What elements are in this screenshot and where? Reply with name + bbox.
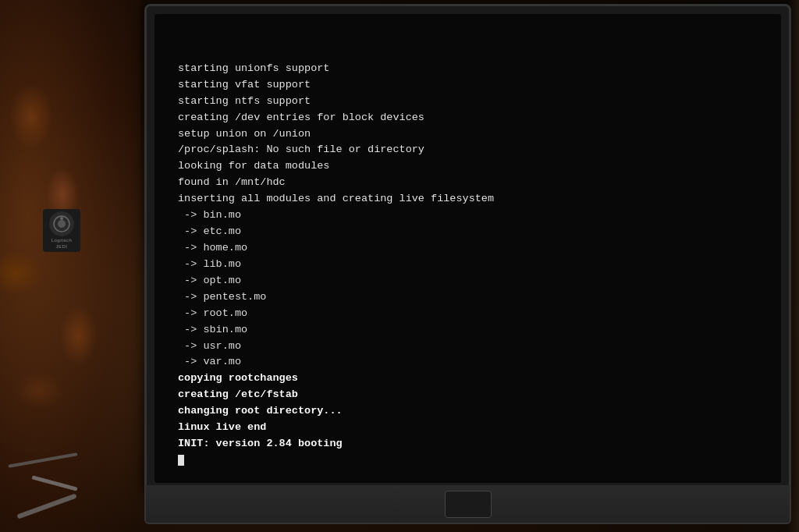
terminal-line: creating /etc/fstab [178, 387, 765, 403]
right-edge [787, 0, 799, 532]
svg-point-1 [58, 220, 66, 228]
terminal-line: found in /mnt/hdc [178, 175, 765, 191]
touchpad[interactable] [445, 491, 492, 518]
terminal-line: -> usr.mo [178, 339, 765, 355]
cables-area [0, 376, 133, 532]
terminal-line: inserting all modules and creating live … [178, 191, 765, 207]
terminal-line: copying rootchanges [178, 371, 765, 387]
laptop-bottom [144, 485, 791, 524]
logitech-icon [52, 215, 71, 233]
cable-3 [8, 452, 77, 468]
logitech-badge: Logitech JEDI [43, 209, 80, 252]
terminal-line: -> root.mo [178, 306, 765, 322]
terminal-line: -> lib.mo [178, 257, 765, 273]
terminal-line: -> bin.mo [178, 207, 765, 224]
terminal-line: creating /dev entries for block devices [178, 110, 765, 126]
screen: starting unionfs supportstarting vfat su… [154, 14, 781, 483]
cable-1 [16, 494, 76, 520]
terminal-line: -> home.mo [178, 240, 765, 257]
terminal-line: linux live end [178, 420, 765, 436]
terminal-line: -> sbin.mo [178, 322, 765, 339]
screen-bezel: starting unionfs supportstarting vfat su… [144, 4, 791, 493]
svg-point-2 [60, 217, 63, 220]
terminal-line: looking for data modules [178, 158, 765, 175]
terminal-line: starting vfat support [178, 77, 765, 94]
terminal-line: -> opt.mo [178, 273, 765, 289]
terminal-line: starting unionfs support [178, 61, 765, 77]
terminal-line: setup union on /union [178, 126, 765, 143]
terminal-line: -> etc.mo [178, 224, 765, 240]
terminal-line: /proc/splash: No such file or directory [178, 142, 765, 158]
terminal-line [178, 452, 765, 469]
terminal-line: changing root directory... [178, 403, 765, 420]
terminal-line: INIT: version 2.84 booting [178, 436, 765, 452]
terminal-window: starting unionfs supportstarting vfat su… [154, 14, 781, 483]
cable-2 [31, 475, 77, 491]
terminal-line: -> var.mo [178, 354, 765, 371]
logitech-text: Logitech JEDI [51, 238, 73, 249]
laptop-frame: starting unionfs supportstarting vfat su… [121, 0, 799, 532]
logitech-logo [49, 211, 74, 236]
terminal-output: starting unionfs supportstarting vfat su… [178, 28, 765, 469]
terminal-line: starting ntfs support [178, 94, 765, 110]
terminal-line: -> pentest.mo [178, 289, 765, 306]
